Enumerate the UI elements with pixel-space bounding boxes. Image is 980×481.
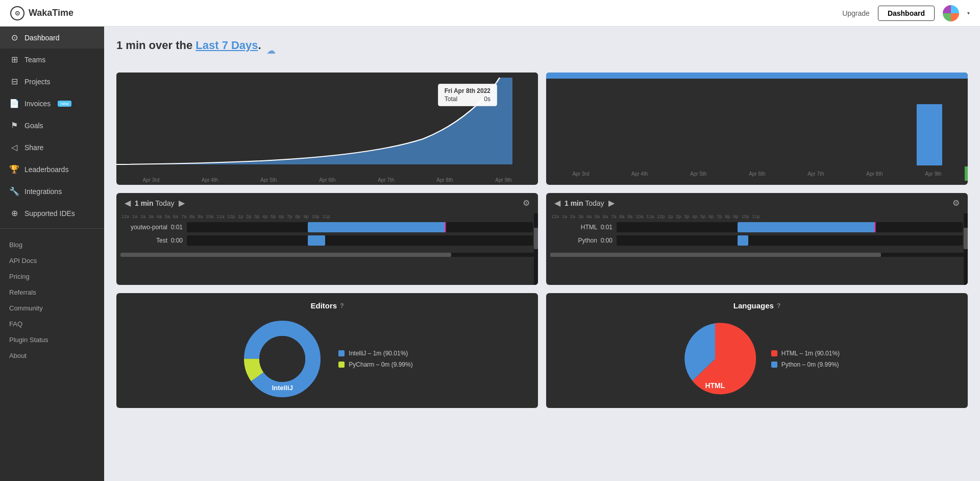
sidebar-badge-invoices: new: [58, 101, 71, 107]
hscroll-left[interactable]: [120, 253, 534, 257]
sidebar-link-plugin-status[interactable]: Plugin Status: [0, 332, 104, 348]
prev-arrow-right[interactable]: ◀: [554, 198, 560, 208]
languages-title: Languages ?: [554, 301, 960, 310]
sidebar: ⊙ Dashboard ⊞ Teams ⊟ Projects 📄 Invoice…: [0, 27, 104, 481]
goals-icon: ⚑: [9, 121, 19, 130]
activity-vscroll-right[interactable]: [964, 213, 968, 285]
activity-right-rows: HTML 0:01 Python 0:00: [546, 220, 968, 251]
next-arrow-right[interactable]: ▶: [608, 198, 615, 208]
vscroll-thumb-right: [964, 228, 968, 249]
activity-right-card: ◀ 1 min Today ▶ ⚙ 12a1a2a3a4a5a6a7a8a9a1…: [546, 193, 968, 285]
sidebar-item-integrations[interactable]: 🔧 Integrations: [0, 180, 104, 202]
legend-html: HTML – 1m (90.01%): [771, 350, 840, 357]
dashboard-grid: Fri Apr 8th 2022 Total 0s Apr 3rd Apr 4t…: [116, 73, 968, 408]
python-dot: [771, 362, 777, 368]
editors-help-icon[interactable]: ?: [340, 302, 344, 309]
sidebar-item-dashboard[interactable]: ⊙ Dashboard: [0, 27, 104, 49]
vscroll-thumb-left: [534, 228, 538, 249]
sidebar-item-teams[interactable]: ⊞ Teams: [0, 49, 104, 70]
invoices-icon: 📄: [9, 99, 19, 108]
html-bar: [738, 222, 876, 232]
project-label: youtwo-portal 0:01: [121, 224, 183, 231]
share-icon: ◁: [9, 142, 19, 152]
activity-right-nav: ◀ 1 min Today ▶: [554, 198, 615, 208]
html-legend-label: HTML – 1m (90.01%): [781, 350, 840, 357]
languages-body: HTML HTML – 1m (90.01%) Python – 0m (9.9…: [554, 318, 960, 400]
python-label: Python 0:00: [551, 237, 612, 244]
sidebar-label-invoices: Invoices: [24, 100, 51, 108]
logo[interactable]: ⊙ WakaTime: [10, 6, 74, 20]
sidebar-link-about[interactable]: About: [0, 348, 104, 364]
project-bar-container: [187, 222, 533, 232]
title-link[interactable]: Last 7 Days: [195, 39, 258, 52]
cloud-icon[interactable]: ☁: [266, 45, 276, 56]
legend-pycharm: PyCharm – 0m (9.99%): [338, 361, 412, 368]
upgrade-link[interactable]: Upgrade: [842, 9, 870, 17]
hscroll-right[interactable]: [550, 253, 964, 257]
activity-right-gear[interactable]: ⚙: [952, 198, 960, 208]
languages-help-icon[interactable]: ?: [777, 302, 780, 309]
supported-ides-icon: ⊕: [9, 208, 19, 218]
curve-xaxis: Apr 3rd Apr 4th Apr 5th Apr 6th Apr 7th …: [116, 177, 538, 183]
sidebar-label-leaderboards: Leaderboards: [24, 165, 68, 174]
editors-body: IntelliJ IntelliJ – 1m (90.01%) PyCharm …: [125, 318, 530, 400]
sidebar-link-api-docs[interactable]: API Docs: [0, 253, 104, 269]
test-bar-container: [187, 235, 533, 246]
activity-row-test: Test 0:00: [121, 235, 533, 246]
html-bar-mark: [875, 222, 876, 232]
hscroll-thumb-left: [120, 253, 451, 257]
editors-legend: IntelliJ – 1m (90.01%) PyCharm – 0m (9.9…: [338, 350, 412, 368]
logo-icon: ⊙: [10, 6, 24, 20]
title-period: .: [258, 39, 261, 52]
activity-vscroll-left[interactable]: [534, 213, 538, 285]
integrations-icon: 🔧: [9, 186, 19, 196]
blue-bar-card: Apr 3rd Apr 4th Apr 5th Apr 6th Apr 7th …: [546, 73, 968, 185]
sidebar-label-share: Share: [24, 143, 43, 152]
activity-left-gear[interactable]: ⚙: [523, 198, 530, 208]
activity-row-html: HTML 0:01: [551, 222, 963, 232]
sidebar-item-supported-ides[interactable]: ⊕ Supported IDEs: [0, 202, 104, 224]
sidebar-link-community[interactable]: Community: [0, 300, 104, 316]
prev-arrow-left[interactable]: ◀: [125, 198, 131, 208]
sidebar-link-faq[interactable]: FAQ: [0, 316, 104, 332]
test-label: Test 0:00: [121, 237, 183, 244]
sidebar-label-projects: Projects: [24, 78, 51, 86]
topnav-right: Upgrade Dashboard ▾: [842, 5, 970, 21]
svg-rect-1: [546, 79, 968, 165]
sidebar-item-share[interactable]: ◁ Share: [0, 136, 104, 158]
main-content: 1 min over the Last 7 Days. ☁ Fri Apr 8: [104, 27, 980, 481]
editors-card: Editors ? IntelliJ: [116, 293, 538, 408]
sidebar-label-supported-ides: Supported IDEs: [24, 209, 75, 218]
sidebar-divider: [0, 228, 104, 229]
activity-right-ruler: 12a1a2a3a4a5a6a7a8a9a10a11a12p1p2p3p4p5p…: [546, 213, 968, 220]
next-arrow-left[interactable]: ▶: [179, 198, 185, 208]
python-legend-label: Python – 0m (9.99%): [781, 361, 839, 368]
intellij-dot: [338, 350, 345, 356]
avatar-caret[interactable]: ▾: [967, 10, 970, 16]
curve-chart-card: Fri Apr 8th 2022 Total 0s Apr 3rd Apr 4t…: [116, 73, 538, 185]
activity-left-card: ◀ 1 min Today ▶ ⚙ 12a1a2a3a4a5a6a7a8a9a1…: [116, 193, 538, 285]
logo-text: WakaTime: [29, 8, 74, 18]
legend-python: Python – 0m (9.99%): [771, 361, 840, 368]
html-bar-container: [617, 222, 963, 232]
editors-title: Editors ?: [125, 301, 530, 310]
sidebar-link-pricing[interactable]: Pricing: [0, 269, 104, 284]
avatar[interactable]: [943, 5, 959, 21]
dashboard-button[interactable]: Dashboard: [878, 6, 935, 21]
layout: ⊙ Dashboard ⊞ Teams ⊟ Projects 📄 Invoice…: [0, 27, 980, 481]
pie-label: HTML: [705, 381, 725, 390]
python-bar-container: [617, 235, 963, 246]
activity-row-python: Python 0:00: [551, 235, 963, 246]
activity-left-label: Today: [155, 199, 174, 207]
sidebar-bottom: BlogAPI DocsPricingReferralsCommunityFAQ…: [0, 233, 104, 368]
dashboard-icon: ⊙: [9, 33, 19, 42]
sidebar-item-goals[interactable]: ⚑ Goals: [0, 114, 104, 136]
sidebar-item-projects[interactable]: ⊟ Projects: [0, 70, 104, 92]
sidebar-link-referrals[interactable]: Referrals: [0, 284, 104, 300]
sidebar-item-leaderboards[interactable]: 🏆 Leaderboards: [0, 158, 104, 180]
sidebar-item-invoices[interactable]: 📄 Invoices new: [0, 92, 104, 114]
test-bar: [308, 235, 325, 246]
sidebar-link-blog[interactable]: Blog: [0, 237, 104, 253]
legend-intellij: IntelliJ – 1m (90.01%): [338, 350, 412, 357]
blue-bar-xaxis: Apr 3rd Apr 4th Apr 5th Apr 6th Apr 7th …: [546, 171, 968, 177]
